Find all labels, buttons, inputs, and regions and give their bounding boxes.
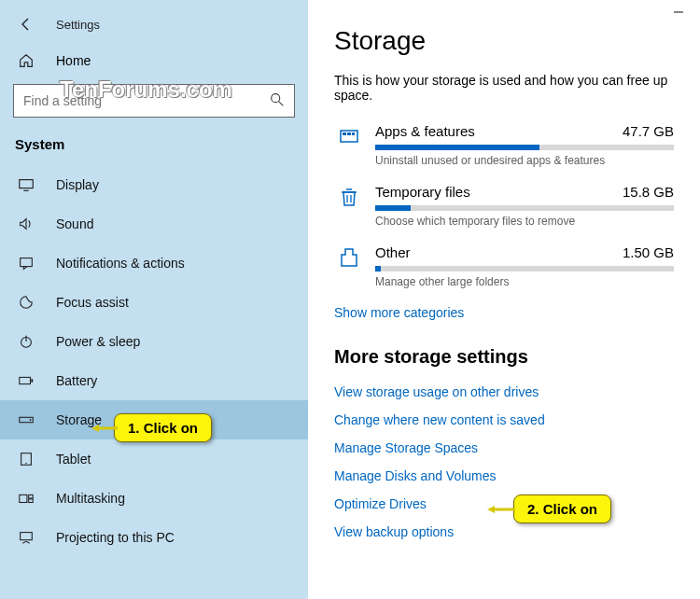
sidebar-item-tablet[interactable]: Tablet <box>0 439 308 479</box>
storage-bar <box>375 145 674 150</box>
link-other-drives[interactable]: View storage usage on other drives <box>334 384 674 399</box>
tablet-icon <box>17 451 35 467</box>
home-label: Home <box>56 53 91 68</box>
power-icon <box>17 333 35 350</box>
storage-bar <box>375 266 674 272</box>
svg-point-0 <box>272 94 280 103</box>
battery-icon <box>17 372 35 389</box>
storage-sub: Uninstall unused or undesired apps & fea… <box>375 154 674 167</box>
search-icon <box>269 91 286 112</box>
callout-1: 1. Click on <box>114 413 212 442</box>
storage-label: Apps & features <box>375 123 475 139</box>
sidebar-item-power[interactable]: Power & sleep <box>0 322 308 361</box>
storage-sub: Manage other large folders <box>375 275 674 288</box>
svg-rect-4 <box>21 258 33 267</box>
storage-size: 1.50 GB <box>623 244 674 260</box>
other-icon <box>334 244 364 288</box>
display-icon <box>17 176 35 193</box>
svg-rect-7 <box>20 377 31 383</box>
svg-rect-13 <box>20 495 27 502</box>
home-nav[interactable]: Home <box>0 43 308 78</box>
more-settings-title: More storage settings <box>334 346 674 368</box>
storage-sub: Choose which temporary files to remove <box>375 215 674 228</box>
callout-2: 2. Click on <box>513 495 611 523</box>
link-optimize[interactable]: Optimize Drives <box>334 496 674 511</box>
sidebar-item-label: Focus assist <box>56 295 129 310</box>
svg-rect-20 <box>347 132 351 135</box>
sidebar-item-label: Multitasking <box>56 491 125 506</box>
window-title: Settings <box>56 18 100 32</box>
show-more-link[interactable]: Show more categories <box>334 305 674 320</box>
storage-row-other[interactable]: Other1.50 GB Manage other large folders <box>334 244 674 288</box>
sidebar-item-display[interactable]: Display <box>0 165 308 204</box>
trash-icon <box>334 184 364 228</box>
projecting-icon <box>17 529 35 546</box>
storage-size: 15.8 GB <box>623 184 674 200</box>
apps-icon <box>334 123 364 167</box>
link-new-content[interactable]: Change where new content is saved <box>334 412 674 427</box>
storage-row-apps[interactable]: Apps & features47.7 GB Uninstall unused … <box>334 123 674 167</box>
sidebar-item-focus[interactable]: Focus assist <box>0 283 308 322</box>
sidebar-item-label: Notifications & actions <box>56 256 185 271</box>
svg-rect-16 <box>21 533 33 540</box>
storage-icon <box>17 411 35 428</box>
svg-point-12 <box>25 463 26 464</box>
svg-rect-15 <box>29 499 34 503</box>
svg-rect-8 <box>31 379 33 383</box>
storage-size: 47.7 GB <box>623 123 674 139</box>
link-storage-spaces[interactable]: Manage Storage Spaces <box>334 440 674 455</box>
multitasking-icon <box>17 490 35 507</box>
storage-label: Temporary files <box>375 184 470 200</box>
sidebar-item-label: Tablet <box>56 452 91 467</box>
search-input[interactable] <box>13 84 295 118</box>
sidebar-item-notifications[interactable]: Notifications & actions <box>0 244 308 283</box>
page-title: Storage <box>334 26 674 56</box>
storage-bar <box>375 205 674 211</box>
svg-rect-18 <box>341 131 357 142</box>
minimize-button[interactable] <box>672 6 685 22</box>
storage-row-temp[interactable]: Temporary files15.8 GB Choose which temp… <box>334 184 674 228</box>
svg-point-10 <box>30 419 32 421</box>
sidebar-item-label: Display <box>56 177 99 192</box>
sidebar-item-label: Power & sleep <box>56 334 140 349</box>
sidebar-item-label: Storage <box>56 412 102 427</box>
category-header: System <box>0 131 308 165</box>
storage-label: Other <box>375 244 411 260</box>
notifications-icon <box>17 255 35 272</box>
svg-rect-21 <box>352 132 355 135</box>
link-disks-volumes[interactable]: Manage Disks and Volumes <box>334 468 674 483</box>
focus-icon <box>17 294 35 311</box>
back-button[interactable] <box>17 15 35 34</box>
sidebar-item-sound[interactable]: Sound <box>0 204 308 244</box>
sound-icon <box>17 216 35 232</box>
svg-rect-2 <box>20 180 33 188</box>
sidebar-item-label: Sound <box>56 216 93 231</box>
home-icon <box>17 52 35 69</box>
search-container <box>13 84 295 118</box>
svg-rect-14 <box>29 495 34 498</box>
sidebar-item-projecting[interactable]: Projecting to this PC <box>0 518 308 557</box>
svg-line-1 <box>279 102 284 106</box>
sidebar-item-multitasking[interactable]: Multitasking <box>0 479 308 518</box>
sidebar-item-battery[interactable]: Battery <box>0 361 308 400</box>
sidebar-item-label: Battery <box>56 373 97 388</box>
svg-rect-19 <box>343 132 346 135</box>
sidebar-item-label: Projecting to this PC <box>56 530 175 545</box>
link-backup[interactable]: View backup options <box>334 524 674 539</box>
page-description: This is how your storage is used and how… <box>334 73 674 103</box>
